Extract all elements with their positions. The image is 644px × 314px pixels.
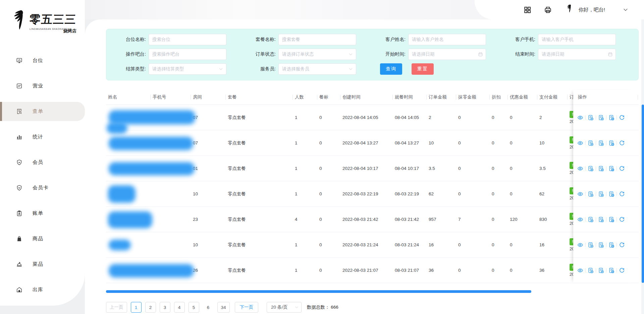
sidebar-item-出库[interactable]: 出库	[0, 280, 85, 299]
refund-icon[interactable]	[619, 267, 625, 273]
placeholder-text: 搜索套餐	[282, 37, 300, 43]
sidebar-item-会员卡[interactable]: 会员卡	[0, 178, 85, 197]
next-page-button[interactable]: 下一页	[235, 302, 259, 313]
page-button-2[interactable]: 2	[145, 302, 156, 313]
order-status-label: 订单状态:	[238, 51, 278, 57]
cancel-order-icon[interactable]	[588, 115, 594, 121]
cancel-order-icon[interactable]	[588, 166, 594, 172]
settle-type-select[interactable]: 请选择结算类型	[149, 63, 226, 75]
start-time-date-picker[interactable]: 请选择日期	[408, 49, 486, 60]
package-name-input[interactable]: 搜索套餐	[278, 34, 356, 45]
cell-room: 10	[191, 191, 226, 196]
redo-order-icon[interactable]	[608, 140, 614, 146]
dish-cloche-icon	[16, 261, 22, 267]
sidebar-item-统计[interactable]: 统计	[0, 127, 85, 146]
cancel-order-icon[interactable]	[588, 242, 594, 248]
operator-bar-input[interactable]: 搜索操作吧台	[149, 49, 226, 60]
printer-icon[interactable]	[544, 6, 552, 14]
table-name-label: 台位名称:	[108, 37, 149, 43]
cell-dined: 08-04 13:27	[393, 140, 427, 145]
filter-row: 操作吧台: 搜索操作吧台 订单状态: 请选择订单状态 开始时间:	[108, 49, 632, 60]
cell-discount: 0	[490, 242, 508, 247]
sidebar-item-会员[interactable]: 会员	[0, 153, 85, 172]
cancel-order-icon[interactable]	[598, 140, 604, 146]
grid-apps-icon[interactable]	[524, 6, 531, 14]
main-content: 台位名称: 搜索台位 套餐名称: 搜索套餐 客户姓名:	[85, 19, 644, 314]
end-time-date-picker[interactable]: 请选择日期	[538, 49, 616, 60]
cell-paid_amt: 36	[537, 268, 568, 273]
cell-discount: 0	[490, 268, 508, 273]
vertical-scrollbar-thumb[interactable]	[642, 105, 644, 283]
refund-icon[interactable]	[619, 191, 625, 197]
sidebar-item-台位[interactable]: 台位	[0, 51, 85, 70]
view-order-icon[interactable]	[577, 191, 583, 197]
view-order-icon[interactable]	[577, 242, 583, 248]
redo-order-icon[interactable]	[608, 216, 614, 223]
page-size-select[interactable]: 20 条/页	[267, 302, 302, 313]
cell-discount: 0	[490, 166, 508, 171]
divider	[616, 217, 617, 222]
page-button-6[interactable]: 6	[203, 302, 214, 313]
cancel-order-icon[interactable]	[598, 191, 604, 197]
page-button-1[interactable]: 1	[131, 302, 142, 313]
user-avatar-calligraphy-icon[interactable]	[565, 4, 574, 15]
sidebar-item-菜品[interactable]: 菜品	[0, 255, 85, 274]
view-order-icon[interactable]	[577, 267, 583, 273]
row-actions	[573, 258, 636, 283]
chevron-down-icon	[294, 305, 299, 310]
redo-order-icon[interactable]	[608, 242, 614, 248]
cell-package: 零点套餐	[226, 267, 293, 273]
cell-round_amt: 0	[456, 242, 490, 247]
cancel-order-icon[interactable]	[588, 191, 594, 197]
redo-order-icon[interactable]	[608, 166, 614, 172]
sidebar-item-商品[interactable]: 商品	[0, 229, 85, 248]
redo-order-icon[interactable]	[608, 267, 614, 273]
redo-order-icon[interactable]	[608, 115, 614, 121]
cancel-order-icon[interactable]	[598, 166, 604, 172]
sidebar-item-账单[interactable]: 账单	[0, 204, 85, 223]
refund-icon[interactable]	[619, 140, 625, 146]
refund-icon[interactable]	[619, 166, 625, 172]
cancel-order-icon[interactable]	[598, 242, 604, 248]
cancel-order-icon[interactable]	[588, 216, 594, 223]
cell-meal_std: 0	[317, 140, 340, 145]
divider	[616, 166, 617, 171]
app-logo: 零五三三 LINGWUSANSAN SHAOKAODIAN 烧烤店	[0, 0, 85, 44]
sidebar-item-营业[interactable]: 营业	[0, 76, 85, 96]
page-button-4[interactable]: 4	[174, 302, 185, 313]
page-button-34[interactable]: 34	[217, 302, 230, 313]
refund-icon[interactable]	[619, 216, 625, 223]
refund-icon[interactable]	[619, 242, 625, 248]
business-icon	[16, 83, 22, 89]
cell-discount: 0	[490, 115, 508, 120]
divider	[585, 243, 586, 247]
customer-phone-input[interactable]: 请输入客户手机	[538, 34, 616, 45]
view-order-icon[interactable]	[577, 115, 583, 121]
search-button[interactable]: 查询	[380, 63, 402, 75]
sidebar-item-查单[interactable]: 查单	[0, 102, 85, 121]
cancel-order-icon[interactable]	[598, 267, 604, 273]
cancel-order-icon[interactable]	[588, 267, 594, 273]
waiter-select[interactable]: 请选择服务员	[278, 63, 356, 75]
view-order-icon[interactable]	[577, 140, 583, 146]
cell-meal_std: 0	[317, 268, 340, 273]
refund-icon[interactable]	[619, 115, 625, 121]
order-status-select[interactable]: 请选择订单状态	[278, 49, 356, 60]
prev-page-button[interactable]: 上一页	[106, 302, 127, 313]
view-order-icon[interactable]	[577, 166, 583, 172]
chevron-down-icon[interactable]	[623, 7, 629, 13]
page-button-3[interactable]: 3	[160, 302, 170, 313]
table-name-input[interactable]: 搜索台位	[149, 34, 226, 45]
page-button-5[interactable]: 5	[189, 302, 199, 313]
cancel-order-icon[interactable]	[598, 216, 604, 223]
cancel-order-icon[interactable]	[598, 115, 604, 121]
cancel-order-icon[interactable]	[588, 140, 594, 146]
reset-button[interactable]: 重置	[412, 63, 434, 75]
customer-name-input[interactable]: 请输入客户姓名	[408, 34, 486, 45]
filter-row: 结算类型: 请选择结算类型 服务员: 请选择服务员 查询	[108, 63, 632, 75]
horizontal-scrollbar-thumb[interactable]	[106, 290, 531, 293]
view-order-icon[interactable]	[577, 216, 583, 223]
redo-order-icon[interactable]	[608, 191, 614, 197]
divider	[596, 268, 596, 272]
privacy-redaction	[109, 137, 193, 150]
